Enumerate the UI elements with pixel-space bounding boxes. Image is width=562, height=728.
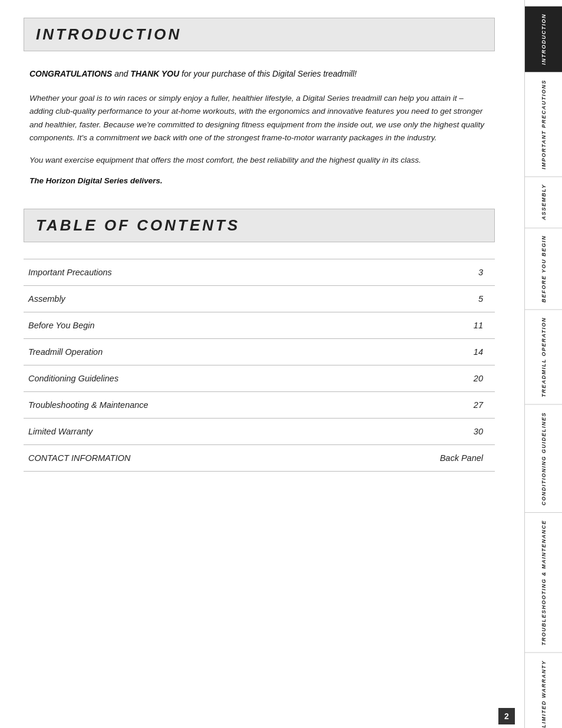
toc-row: Treadmill Operation14 (24, 339, 495, 365)
intro-section: CONGRATULATIONS and THANK YOU for your p… (24, 68, 495, 185)
side-tabs: INTRODUCTIONIMPORTANT PRECAUTIONSASSEMBL… (524, 0, 562, 728)
main-content: INTRODUCTION CONGRATULATIONS and THANK Y… (0, 0, 524, 728)
toc-table: Important Precautions3Assembly5Before Yo… (24, 259, 495, 472)
side-tab-important-precautions[interactable]: IMPORTANT PRECAUTIONS (525, 72, 563, 176)
congratulations-line: CONGRATULATIONS and THANK YOU for your p… (29, 68, 489, 80)
side-tab-troubleshooting-maintenance[interactable]: TROUBLESHOOTING & MAINTENANCE (525, 512, 563, 653)
side-tab-assembly[interactable]: ASSEMBLY (525, 176, 563, 227)
subtitle-text: for your purchase of this Digital Series… (179, 69, 356, 78)
toc-item-label: Treadmill Operation (24, 339, 346, 365)
side-tab-conditioning-guidelines[interactable]: CONDITIONING GUIDELINES (525, 404, 563, 513)
toc-item-label: Troubleshooting & Maintenance (24, 392, 346, 419)
body-paragraph-1: Whether your goal is to win races or sim… (29, 92, 489, 144)
page-number: 2 (498, 708, 515, 724)
toc-item-page: Back Panel (346, 445, 495, 472)
toc-item-label: Limited Warranty (24, 419, 346, 445)
thank-you-word: THANK YOU (130, 69, 179, 78)
toc-row: Assembly5 (24, 286, 495, 312)
toc-row: Troubleshooting & Maintenance27 (24, 392, 495, 419)
toc-item-page: 30 (346, 419, 495, 445)
side-tab-introduction[interactable]: INTRODUCTION (525, 6, 563, 72)
toc-row: Important Precautions3 (24, 259, 495, 286)
side-tab-before-you-begin[interactable]: BEFORE YOU BEGIN (525, 228, 563, 309)
toc-item-label: Important Precautions (24, 259, 346, 286)
toc-item-page: 27 (346, 392, 495, 419)
toc-header: TABLE OF CONTENTS (24, 209, 495, 242)
toc-item-page: 20 (346, 365, 495, 392)
toc-item-label: CONTACT INFORMATION (24, 445, 346, 472)
congratulations-word: CONGRATULATIONS (29, 69, 112, 78)
toc-item-label: Before You Begin (24, 312, 346, 339)
side-tab-limited-warranty[interactable]: LIMITED WARRANTY (525, 653, 563, 728)
introduction-title: INTRODUCTION (36, 25, 482, 44)
toc-item-page: 14 (346, 339, 495, 365)
toc-row: Limited Warranty30 (24, 419, 495, 445)
side-tab-treadmill-operation[interactable]: TREADMILL OPERATION (525, 309, 563, 404)
toc-item-page: 11 (346, 312, 495, 339)
toc-row: Before You Begin11 (24, 312, 495, 339)
toc-section: TABLE OF CONTENTS Important Precautions3… (24, 209, 495, 472)
toc-row: Conditioning Guidelines20 (24, 365, 495, 392)
tagline: The Horizon Digital Series delivers. (29, 176, 489, 185)
toc-item-label: Assembly (24, 286, 346, 312)
introduction-header: INTRODUCTION (24, 18, 495, 51)
toc-item-label: Conditioning Guidelines (24, 365, 346, 392)
toc-title: TABLE OF CONTENTS (36, 216, 482, 235)
toc-item-page: 5 (346, 286, 495, 312)
body-paragraph-2: You want exercise equipment that offers … (29, 154, 489, 167)
toc-row: CONTACT INFORMATIONBack Panel (24, 445, 495, 472)
toc-item-page: 3 (346, 259, 495, 286)
and-text: and (112, 69, 130, 78)
